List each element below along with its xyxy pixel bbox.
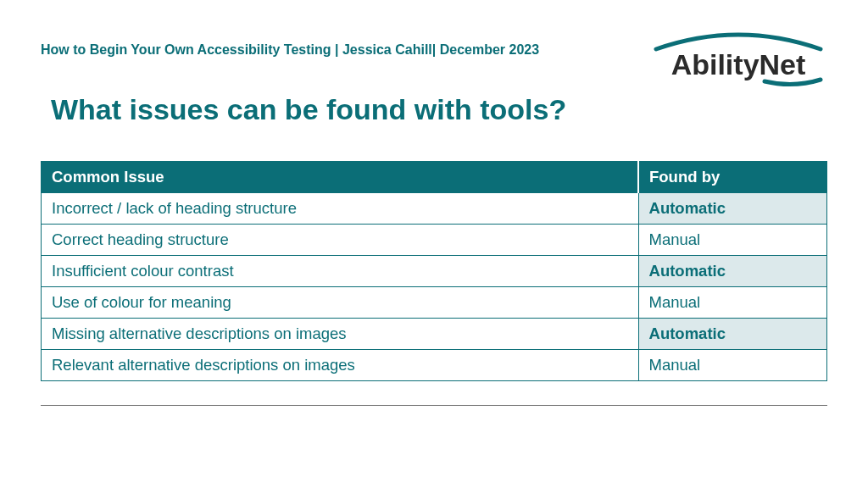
cell-found-by: Automatic (638, 193, 826, 225)
cell-found-by: Automatic (638, 319, 826, 350)
issues-table-wrap: Common Issue Found by Incorrect / lack o… (41, 161, 827, 381)
col-header-issue: Common Issue (42, 162, 639, 193)
table-row: Incorrect / lack of heading structureAut… (42, 193, 827, 225)
logo-text: AbilityNet (671, 48, 806, 80)
table-row: Correct heading structureManual (42, 225, 827, 256)
cell-issue: Missing alternative descriptions on imag… (42, 319, 639, 350)
breadcrumb: How to Begin Your Own Accessibility Test… (41, 42, 539, 58)
table-row: Insufficient colour contrastAutomatic (42, 256, 827, 287)
cell-found-by: Automatic (638, 256, 826, 287)
abilitynet-logo: AbilityNet (649, 29, 827, 88)
cell-issue: Incorrect / lack of heading structure (42, 193, 639, 225)
footer-divider (41, 405, 827, 406)
cell-issue: Insufficient colour contrast (42, 256, 639, 287)
issues-table: Common Issue Found by Incorrect / lack o… (41, 161, 827, 381)
cell-issue: Use of colour for meaning (42, 287, 639, 319)
table-row: Relevant alternative descriptions on ima… (42, 350, 827, 381)
cell-found-by: Manual (638, 350, 826, 381)
table-header-row: Common Issue Found by (42, 162, 827, 193)
table-row: Missing alternative descriptions on imag… (42, 319, 827, 350)
table-row: Use of colour for meaningManual (42, 287, 827, 319)
cell-issue: Relevant alternative descriptions on ima… (42, 350, 639, 381)
page-title: What issues can be found with tools? (51, 93, 566, 126)
col-header-found-by: Found by (638, 162, 826, 193)
cell-issue: Correct heading structure (42, 225, 639, 256)
cell-found-by: Manual (638, 225, 826, 256)
cell-found-by: Manual (638, 287, 826, 319)
